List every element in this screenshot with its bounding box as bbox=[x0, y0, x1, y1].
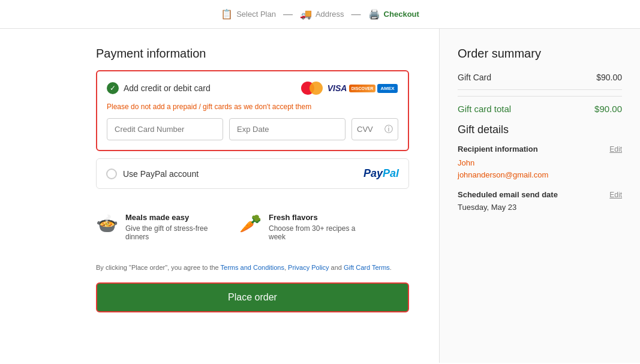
nav-arrow-2: — bbox=[351, 9, 361, 20]
paypal-logo-blue: Pay bbox=[363, 167, 383, 179]
paypal-left: Use PayPal account bbox=[106, 169, 199, 179]
left-content: Payment information ✓ Add credit or debi… bbox=[0, 29, 440, 363]
schedule-label: Scheduled email send date bbox=[458, 190, 558, 199]
amex-icon: AMEX bbox=[377, 81, 398, 95]
feature-meals: 🍲 Meals made easy Give the gift of stres… bbox=[96, 213, 221, 241]
paypal-label: Use PayPal account bbox=[123, 169, 199, 179]
payment-section-title: Payment information bbox=[96, 47, 409, 61]
discover-icon: DISCOVER bbox=[351, 81, 373, 95]
gift-details-title: Gift details bbox=[458, 124, 622, 136]
amex-badge: AMEX bbox=[377, 84, 397, 93]
terms-and: and bbox=[329, 264, 344, 271]
order-summary-sidebar: Order summary Gift Card $90.00 Gift card… bbox=[440, 29, 640, 363]
payment-card-box: ✓ Add credit or debit card VISA bbox=[96, 70, 409, 151]
credit-card-number-input[interactable] bbox=[107, 118, 223, 140]
terms-suffix: . bbox=[390, 264, 392, 271]
paypal-logo-light: Pal bbox=[383, 167, 399, 179]
privacy-policy-link[interactable]: Privacy Policy bbox=[288, 264, 329, 271]
feature-meals-title: Meals made easy bbox=[125, 213, 221, 222]
paypal-radio[interactable] bbox=[106, 169, 117, 179]
gift-card-total-value: $90.00 bbox=[594, 104, 622, 114]
visa-text: VISA bbox=[327, 83, 347, 93]
recipient-name: John bbox=[458, 157, 622, 169]
terms-conditions-link[interactable]: Terms and Conditions bbox=[221, 264, 284, 271]
schedule-date: Tuesday, May 23 bbox=[458, 203, 622, 212]
discover-badge: DISCOVER bbox=[349, 85, 376, 92]
order-summary-title: Order summary bbox=[458, 47, 622, 61]
top-navigation: 📋 Select Plan — 🚚 Address — 🖨️ Checkout bbox=[0, 0, 640, 29]
cvv-info-icon[interactable]: ⓘ bbox=[384, 124, 393, 135]
nav-step-address-label: Address bbox=[316, 10, 344, 19]
checkout-icon: 🖨️ bbox=[368, 8, 380, 20]
card-fields: ⓘ bbox=[107, 118, 398, 140]
gift-card-terms-link[interactable]: Gift Card Terms bbox=[344, 264, 390, 271]
exp-date-input[interactable] bbox=[229, 118, 345, 140]
card-icons: VISA DISCOVER AMEX bbox=[301, 81, 398, 95]
terms-text: By clicking "Place order", you agree to … bbox=[96, 263, 409, 273]
select-plan-icon: 📋 bbox=[221, 8, 233, 20]
payment-header-left: ✓ Add credit or debit card bbox=[107, 82, 211, 94]
prepaid-warning: Please do not add a prepaid / gift cards… bbox=[107, 103, 398, 111]
cvv-input[interactable] bbox=[357, 125, 381, 134]
summary-divider bbox=[458, 89, 622, 90]
terms-prefix: By clicking "Place order", you agree to … bbox=[96, 264, 221, 271]
gift-card-label: Gift Card bbox=[458, 73, 491, 82]
payment-header: ✓ Add credit or debit card VISA bbox=[107, 81, 398, 95]
gift-card-value: $90.00 bbox=[596, 73, 622, 82]
add-card-label: Add credit or debit card bbox=[124, 83, 211, 93]
feature-flavors-text: Fresh flavors Choose from 30+ recipes a … bbox=[269, 213, 365, 241]
recipient-header: Recipient information Edit bbox=[458, 145, 622, 154]
schedule-edit-link[interactable]: Edit bbox=[609, 191, 622, 199]
recipient-section: Recipient information Edit John johnande… bbox=[458, 145, 622, 181]
nav-arrow-1: — bbox=[283, 9, 293, 20]
feature-flavors-desc: Choose from 30+ recipes a week bbox=[269, 224, 365, 241]
main-layout: Payment information ✓ Add credit or debi… bbox=[0, 29, 640, 363]
recipient-edit-link[interactable]: Edit bbox=[609, 145, 622, 154]
cvv-wrapper: ⓘ bbox=[351, 118, 398, 140]
schedule-section: Scheduled email send date Edit Tuesday, … bbox=[458, 190, 622, 212]
check-circle-icon: ✓ bbox=[107, 82, 119, 94]
feature-meals-desc: Give the gift of stress-free dinners bbox=[125, 224, 221, 241]
gift-card-total-label: Gift card total bbox=[458, 104, 511, 114]
nav-step-checkout-label: Checkout bbox=[384, 10, 419, 19]
recipient-email: johnanderson@gmail.com bbox=[458, 169, 622, 181]
paypal-logo: PayPal bbox=[363, 167, 399, 180]
flavors-emoji: 🥕 bbox=[239, 213, 262, 234]
gift-card-row: Gift Card $90.00 bbox=[458, 73, 622, 82]
paypal-box[interactable]: Use PayPal account PayPal bbox=[96, 158, 409, 189]
schedule-header: Scheduled email send date Edit bbox=[458, 190, 622, 199]
feature-meals-text: Meals made easy Give the gift of stress-… bbox=[125, 213, 221, 241]
nav-step-select-plan-label: Select Plan bbox=[236, 10, 276, 19]
feature-flavors: 🥕 Fresh flavors Choose from 30+ recipes … bbox=[239, 213, 365, 241]
nav-step-checkout: 🖨️ Checkout bbox=[368, 8, 419, 20]
mastercard-icon bbox=[301, 81, 323, 95]
features-section: 🍲 Meals made easy Give the gift of stres… bbox=[96, 201, 409, 253]
place-order-button[interactable]: Place order bbox=[96, 282, 409, 312]
recipient-label: Recipient information bbox=[458, 145, 538, 154]
mc-yellow-circle bbox=[310, 82, 323, 95]
address-icon: 🚚 bbox=[300, 8, 312, 20]
nav-step-select-plan: 📋 Select Plan bbox=[221, 8, 276, 20]
gift-card-total-row: Gift card total $90.00 bbox=[458, 96, 622, 114]
feature-flavors-title: Fresh flavors bbox=[269, 213, 365, 222]
visa-icon: VISA bbox=[326, 81, 348, 95]
nav-step-address: 🚚 Address bbox=[300, 8, 344, 20]
meals-emoji: 🍲 bbox=[96, 213, 118, 234]
